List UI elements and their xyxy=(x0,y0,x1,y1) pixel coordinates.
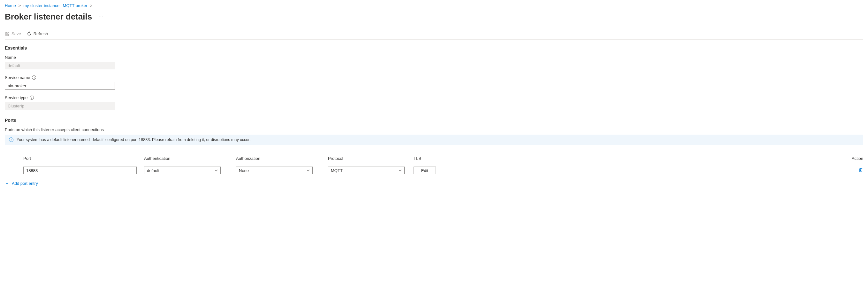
refresh-button-label: Refresh xyxy=(34,31,48,36)
ports-table: Port Authentication Authorization Protoc… xyxy=(5,153,863,190)
chevron-down-icon xyxy=(215,169,218,172)
info-icon[interactable]: i xyxy=(32,76,36,80)
ports-section: Ports Ports on which this listener accep… xyxy=(5,118,863,190)
chevron-down-icon xyxy=(399,169,402,172)
essentials-section: Essentials Name Service name i Service t… xyxy=(5,46,863,110)
save-button-label: Save xyxy=(11,31,21,36)
name-label: Name xyxy=(5,55,863,60)
authorization-value: None xyxy=(239,168,249,173)
breadcrumb-home-link[interactable]: Home xyxy=(5,3,16,8)
table-header: Port Authentication Authorization Protoc… xyxy=(5,153,863,164)
info-icon: i xyxy=(9,138,13,142)
service-name-input[interactable] xyxy=(5,82,115,89)
plus-icon: + xyxy=(5,181,9,186)
save-button[interactable]: Save xyxy=(5,31,21,36)
service-type-field: Service type i xyxy=(5,95,863,110)
header-protocol: Protocol xyxy=(328,156,411,161)
ports-subtitle: Ports on which this listener accepts cli… xyxy=(5,127,863,132)
delete-icon[interactable] xyxy=(859,168,863,173)
add-port-label: Add port entry xyxy=(12,181,38,186)
service-type-label: Service type xyxy=(5,95,28,100)
refresh-icon xyxy=(27,31,32,36)
info-banner: i Your system has a default listener nam… xyxy=(5,135,863,145)
port-input[interactable] xyxy=(23,167,137,174)
protocol-select[interactable]: MQTT xyxy=(328,167,405,174)
chevron-right-icon: > xyxy=(19,3,21,8)
breadcrumb-cluster-link[interactable]: my-cluster-instance | MQTT broker xyxy=(23,3,87,8)
service-type-input xyxy=(5,102,115,110)
chevron-down-icon xyxy=(307,169,310,172)
refresh-button[interactable]: Refresh xyxy=(27,31,48,36)
header-authorization: Authorization xyxy=(236,156,326,161)
service-name-field: Service name i xyxy=(5,75,863,89)
table-row: default None MQTT xyxy=(5,164,863,177)
authentication-select[interactable]: default xyxy=(144,167,221,174)
add-port-button[interactable]: + Add port entry xyxy=(5,177,863,190)
header-action: Action xyxy=(490,156,863,161)
essentials-title: Essentials xyxy=(5,46,863,51)
info-icon[interactable]: i xyxy=(30,95,34,100)
ports-title: Ports xyxy=(5,118,863,123)
authentication-value: default xyxy=(147,168,159,173)
page-title-row: Broker listener details ⋯ xyxy=(5,12,863,22)
breadcrumb: Home > my-cluster-instance | MQTT broker… xyxy=(5,3,863,8)
header-tls: TLS xyxy=(413,156,487,161)
tls-edit-button[interactable]: Edit xyxy=(413,167,436,174)
service-name-label: Service name xyxy=(5,75,30,80)
authorization-select[interactable]: None xyxy=(236,167,313,174)
toolbar: Save Refresh xyxy=(5,31,863,40)
info-banner-text: Your system has a default listener named… xyxy=(17,138,251,142)
protocol-value: MQTT xyxy=(331,168,343,173)
chevron-right-icon: > xyxy=(90,3,93,8)
header-authentication: Authentication xyxy=(144,156,234,161)
page-title: Broker listener details xyxy=(5,12,92,22)
name-field: Name xyxy=(5,55,863,69)
save-icon xyxy=(5,31,9,36)
header-port: Port xyxy=(23,156,142,161)
name-input xyxy=(5,62,115,69)
more-actions-button[interactable]: ⋯ xyxy=(98,14,104,20)
